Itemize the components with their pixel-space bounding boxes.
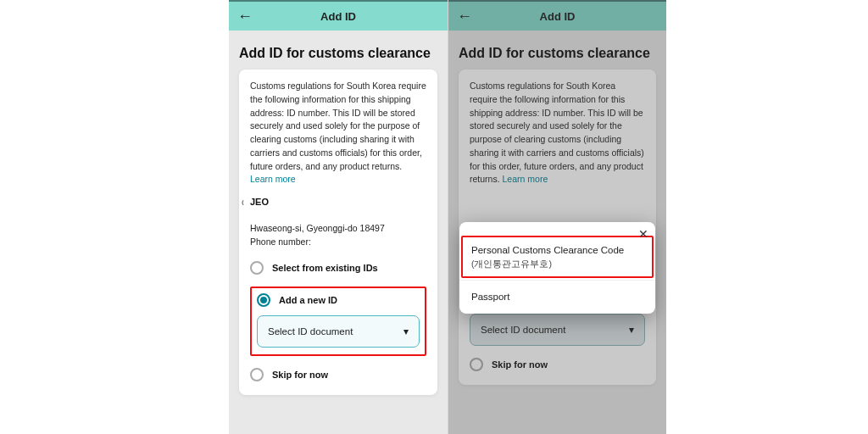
popup-option-pccc[interactable]: Personal Customs Clearance Code (개인통관고유부… bbox=[459, 234, 655, 280]
radio-icon bbox=[470, 358, 483, 371]
chevron-down-icon: ▾ bbox=[629, 324, 634, 336]
option-add-new-id[interactable]: Add a new ID bbox=[257, 293, 420, 307]
option-label: Skip for now bbox=[492, 359, 548, 370]
chevron-left-icon: ‹ bbox=[242, 195, 244, 209]
select-id-document[interactable]: Select ID document ▾ bbox=[257, 315, 420, 348]
screen-add-id: ← Add ID Add ID for customs clearance Cu… bbox=[229, 0, 448, 434]
topbar: ← Add ID bbox=[448, 0, 666, 31]
screen-add-id-dropdown: ← Add ID Add ID for customs clearance Cu… bbox=[448, 0, 666, 434]
info-text: Customs regulations for South Korea requ… bbox=[250, 80, 426, 186]
page-title: Add ID for customs clearance bbox=[459, 46, 656, 61]
chevron-down-icon: ▾ bbox=[403, 326, 409, 337]
info-card: Customs regulations for South Korea requ… bbox=[239, 70, 437, 395]
back-button[interactable]: ← bbox=[236, 7, 254, 25]
popup-option-sublabel: (개인통관고유부호) bbox=[471, 258, 643, 270]
option-skip-for-now[interactable]: Skip for now bbox=[250, 368, 426, 381]
select-id-document[interactable]: Select ID document ▾ bbox=[470, 314, 645, 346]
popup-option-label: Personal Customs Clearance Code bbox=[471, 245, 624, 255]
topbar-title: Add ID bbox=[320, 10, 356, 23]
popup-option-passport[interactable]: Passport bbox=[459, 280, 655, 314]
option-label: Skip for now bbox=[272, 370, 328, 380]
popup-option-label: Passport bbox=[471, 292, 509, 302]
option-label: Select from existing IDs bbox=[272, 263, 378, 273]
back-arrow-icon: ← bbox=[237, 8, 253, 24]
back-button[interactable]: ← bbox=[455, 7, 474, 25]
id-document-popup: ✕ Personal Customs Clearance Code (개인통관고… bbox=[459, 222, 655, 314]
option-existing-ids[interactable]: Select from existing IDs bbox=[250, 261, 426, 275]
option-skip-for-now[interactable]: Skip for now bbox=[470, 358, 645, 371]
page-title: Add ID for customs clearance bbox=[239, 46, 437, 61]
topbar-title: Add ID bbox=[540, 10, 576, 23]
option-label: Add a new ID bbox=[279, 295, 337, 305]
topbar: ← Add ID bbox=[229, 0, 448, 31]
info-text: Customs regulations for South Korea requ… bbox=[470, 80, 645, 186]
learn-more-link[interactable]: Learn more bbox=[503, 174, 548, 184]
learn-more-link[interactable]: Learn more bbox=[250, 174, 296, 184]
recipient-address: Hwaseong-si, Gyeonggi-do 18497 Phone num… bbox=[250, 222, 426, 249]
radio-icon bbox=[250, 368, 264, 381]
back-arrow-icon: ← bbox=[457, 8, 472, 24]
close-button[interactable]: ✕ bbox=[638, 227, 648, 241]
radio-icon bbox=[250, 261, 264, 275]
recipient-name: JEO bbox=[470, 197, 645, 207]
close-icon: ✕ bbox=[638, 227, 648, 241]
screen-content: Add ID for customs clearance Customs reg… bbox=[229, 31, 448, 434]
highlight-add-new: Add a new ID Select ID document ▾ bbox=[250, 287, 426, 356]
radio-selected-icon bbox=[257, 293, 270, 307]
recipient-name: ‹ JEO bbox=[250, 197, 426, 207]
select-placeholder: Select ID document bbox=[481, 325, 565, 335]
select-placeholder: Select ID document bbox=[268, 326, 353, 337]
